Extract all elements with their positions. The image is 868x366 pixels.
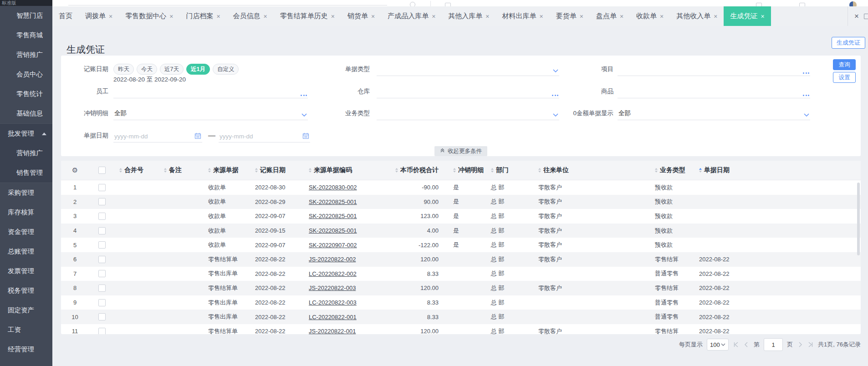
source-doc-link[interactable]: JS-20220822-003 — [309, 285, 356, 291]
sidebar-item-tax-mgmt[interactable]: 税务管理 — [0, 281, 52, 300]
generate-voucher-button[interactable]: 生成凭证 — [832, 37, 865, 49]
query-button[interactable]: 查询 — [833, 59, 856, 70]
row-checkbox[interactable] — [98, 241, 106, 249]
collapse-conditions-button[interactable]: 收起更多条件 — [434, 146, 487, 156]
select-all-checkbox[interactable] — [98, 167, 106, 174]
tab-material-outbound[interactable]: 材料出库单× — [496, 6, 550, 26]
sidebar-item-invoice-mgmt[interactable]: 发票管理 — [0, 261, 52, 281]
tab-retail-data-center[interactable]: 零售数据中心× — [119, 6, 179, 26]
sidebar-item-sales-mgmt[interactable]: 销售管理 — [0, 163, 52, 183]
close-tab-icon[interactable]: × — [169, 13, 173, 20]
ellipsis-icon[interactable] — [802, 68, 810, 75]
tab-goods-request[interactable]: 要货单× — [550, 6, 590, 26]
row-checkbox[interactable] — [98, 213, 106, 220]
tab-finished-goods-inbound[interactable]: 产成品入库单× — [381, 6, 442, 26]
preset-today[interactable]: 今天 — [137, 64, 157, 75]
close-tab-icon[interactable]: × — [761, 13, 764, 20]
tab-sales-order[interactable]: 销货单× — [341, 6, 381, 26]
column-header-source[interactable]: 来源单据 — [204, 161, 250, 180]
row-checkbox[interactable] — [98, 227, 106, 234]
column-header-writeoff[interactable]: 冲销明细 — [449, 161, 486, 180]
preset-custom[interactable]: 自定义 — [213, 64, 239, 75]
table-row[interactable]: 3收款单2022-09-07SK-20220825-001123.00是总 部零… — [61, 209, 861, 224]
sidebar-item-general-ledger[interactable]: 总账管理 — [0, 242, 52, 261]
doc-date-to-input[interactable] — [219, 130, 302, 142]
global-search-input[interactable] — [68, 5, 387, 5]
close-tab-icon[interactable]: × — [264, 13, 267, 20]
doc-type-select[interactable] — [377, 64, 559, 76]
sidebar-item-payroll[interactable]: 工资 — [0, 320, 52, 340]
table-row[interactable]: 1收款单2022-08-30SK-20220830-002-90.00是总 部零… — [61, 180, 861, 195]
table-settings-gear-icon[interactable]: ⚙ — [72, 166, 78, 174]
preset-last7days[interactable]: 近7天 — [160, 64, 184, 75]
sidebar-item-fixed-assets[interactable]: 固定资产 — [0, 300, 52, 320]
row-checkbox[interactable] — [98, 313, 106, 320]
employee-picker[interactable] — [113, 86, 308, 98]
tab-generate-voucher[interactable]: 生成凭证× — [724, 6, 771, 26]
next-page-icon[interactable] — [797, 341, 803, 348]
page-number-input[interactable]: 1 — [764, 338, 783, 351]
close-tab-icon[interactable]: × — [580, 13, 583, 20]
table-row[interactable]: 11零售结算单2022-08-22JS-20220822-001120.00总 … — [61, 324, 861, 334]
source-doc-link[interactable]: LC-20220822-002 — [309, 270, 357, 277]
sidebar-item-retail-mall[interactable]: 零售商城 — [0, 25, 52, 45]
table-row[interactable]: 5收款单2022-09-07SK-20220907-002-122.00是总 部… — [61, 238, 861, 252]
sidebar-item-wholesale-mgmt[interactable]: 批发管理 — [0, 123, 52, 143]
close-tab-icon[interactable]: × — [216, 13, 220, 20]
sidebar-item-marketing-promo[interactable]: 营销推广 — [0, 143, 52, 163]
table-row[interactable]: 7零售出库单2022-08-22LC-20220822-0028.33总 部普通… — [61, 267, 861, 281]
calendar-icon[interactable] — [194, 132, 201, 141]
per-page-select[interactable]: 100 — [707, 339, 729, 351]
source-doc-link[interactable]: LC-20220822-001 — [309, 314, 357, 320]
table-row[interactable]: 2收款单2022-08-29SK-20220825-00190.00是总 部零散… — [61, 195, 861, 209]
zero-amount-select[interactable]: 全部 — [618, 108, 810, 120]
table-row[interactable]: 9零售出库单2022-08-22LC-20220822-0038.33总 部普通… — [61, 295, 861, 310]
column-header-dept[interactable]: 部门 — [486, 161, 534, 180]
source-doc-link[interactable]: SK-20220907-002 — [309, 242, 357, 249]
column-header-partner[interactable]: 往来单位 — [534, 161, 650, 180]
sidebar-item-basic-info[interactable]: 基础信息 — [0, 104, 52, 123]
row-checkbox[interactable] — [98, 184, 106, 191]
settings-button[interactable]: 设置 — [833, 72, 856, 83]
ellipsis-icon[interactable] — [802, 91, 810, 97]
source-doc-link[interactable]: SK-20220825-001 — [309, 227, 357, 234]
sidebar-item-purchase-mgmt[interactable]: 采购管理 — [0, 183, 52, 203]
tab-overflow-icon[interactable] — [864, 14, 868, 19]
column-header-doc_date[interactable]: 单据日期 — [694, 161, 861, 180]
column-header-merge[interactable]: 合并号 — [115, 161, 159, 180]
writeoff-detail-select[interactable]: 全部 — [113, 108, 308, 120]
row-checkbox[interactable] — [98, 299, 106, 306]
column-header-code[interactable]: 来源单据编码 — [304, 161, 362, 180]
close-tab-icon[interactable]: × — [331, 13, 335, 20]
close-tab-icon[interactable]: × — [714, 13, 717, 20]
tab-stocktake[interactable]: 盘点单× — [590, 6, 630, 26]
sidebar-item-funds-mgmt[interactable]: 资金管理 — [0, 222, 52, 242]
tab-other-inbound[interactable]: 其他入库单× — [442, 6, 495, 26]
close-tab-icon[interactable]: × — [540, 13, 543, 20]
last-page-icon[interactable] — [807, 341, 814, 348]
prev-page-icon[interactable] — [743, 341, 750, 348]
tab-other-income[interactable]: 其他收入单× — [670, 6, 724, 26]
close-tab-icon[interactable]: × — [109, 13, 112, 20]
first-page-icon[interactable] — [733, 341, 739, 348]
tab-retail-settlement-history[interactable]: 零售结算单历史× — [274, 6, 341, 26]
biz-type-select[interactable] — [377, 108, 559, 120]
source-doc-link[interactable]: SK-20220830-002 — [309, 184, 357, 191]
close-all-tabs-icon[interactable]: × — [854, 12, 859, 20]
column-header-amount[interactable]: 本币价税合计 — [362, 161, 449, 180]
column-header-booking_date[interactable]: 记账日期 — [250, 161, 304, 180]
close-tab-icon[interactable]: × — [485, 13, 489, 20]
row-checkbox[interactable] — [98, 270, 106, 277]
sidebar-item-smart-store[interactable]: 智慧门店 — [0, 6, 52, 25]
table-row[interactable]: 4收款单2022-09-15SK-20220825-0014.00是总 部零散客… — [61, 224, 861, 238]
goods-picker[interactable] — [618, 86, 810, 98]
sidebar-item-business-mgmt[interactable]: 经营管理 — [0, 340, 52, 359]
tab-home[interactable]: 首页 — [52, 6, 79, 26]
column-header-biz[interactable]: 业务类型 — [650, 161, 694, 180]
close-tab-icon[interactable]: × — [620, 13, 623, 20]
tab-store-archives[interactable]: 门店档案× — [179, 6, 226, 26]
sidebar-item-marketing-top[interactable]: 营销推广 — [0, 45, 52, 65]
source-doc-link[interactable]: LC-20220822-003 — [309, 299, 357, 306]
table-row[interactable]: 8零售结算单2022-08-22JS-20220822-003120.00总 部… — [61, 281, 861, 295]
column-header-note[interactable]: 备注 — [159, 161, 204, 180]
